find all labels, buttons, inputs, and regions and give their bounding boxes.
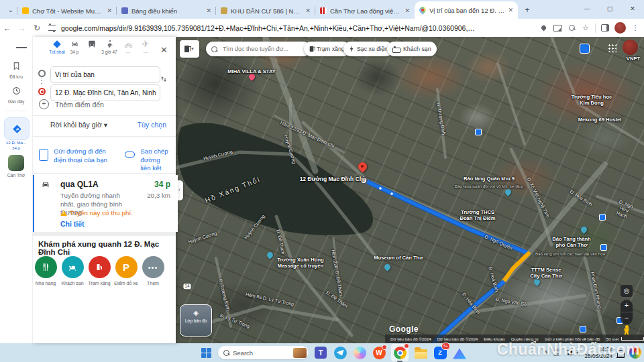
chip-hotels[interactable]: Khách sạn bbox=[387, 42, 437, 56]
place-thumbnail[interactable] bbox=[8, 155, 24, 171]
mode-bike[interactable]: — bbox=[119, 40, 137, 54]
send-to-phone-icon bbox=[39, 149, 48, 161]
tab-can-tho-lao-dong[interactable]: Cần Thơ Lao động việc làm, m... ✕ bbox=[315, 3, 415, 19]
mode-walk[interactable]: 3 giờ 47 bbox=[101, 40, 118, 54]
mountain-app-icon[interactable] bbox=[452, 345, 467, 360]
details-link[interactable]: Chi tiết bbox=[60, 220, 85, 228]
origin-input[interactable] bbox=[50, 66, 160, 83]
hotel-icon bbox=[62, 256, 84, 278]
tab-close-icon[interactable]: ✕ bbox=[107, 7, 112, 14]
file-explorer-icon[interactable] bbox=[413, 345, 428, 360]
maximize-button[interactable]: ▢ bbox=[598, 0, 621, 19]
search-along-route-input[interactable] bbox=[221, 45, 291, 53]
tab-close-icon[interactable]: ✕ bbox=[508, 7, 513, 13]
attribution-item[interactable]: Dữ liệu bản đồ ©2024 bbox=[390, 337, 431, 341]
mode-best[interactable]: Tốt nhất bbox=[48, 40, 66, 54]
options-button[interactable]: Tùy chọn bbox=[138, 121, 166, 129]
map-label: Museum of Cần Thơ bbox=[374, 255, 423, 261]
swap-icon[interactable] bbox=[160, 74, 168, 86]
mode-drive[interactable]: 34 p bbox=[66, 40, 83, 54]
bed-icon bbox=[392, 48, 400, 53]
waypoint-dots bbox=[41, 78, 42, 86]
recents-button[interactable]: Gần đây bbox=[0, 86, 32, 104]
fuel-price-dropdown[interactable]: ▼ bbox=[180, 40, 199, 58]
teams-app-icon[interactable]: T bbox=[313, 345, 328, 360]
category-restaurants[interactable]: Nhà hàng bbox=[31, 256, 60, 286]
explore-title: Khám phá xung quanh 12 Đ. Mạc Đĩnh Chi bbox=[38, 240, 176, 256]
attribution-item[interactable]: Dữ liệu bản đồ ©2024 bbox=[437, 337, 478, 341]
close-window-button[interactable]: ✕ bbox=[621, 0, 644, 19]
browser-menu-icon[interactable]: ⋮ bbox=[631, 23, 640, 33]
category-hotels[interactable]: Khách sạn bbox=[58, 256, 87, 286]
chrome-app-icon[interactable] bbox=[391, 344, 409, 361]
mode-flight[interactable]: ✈ — bbox=[137, 40, 154, 54]
dashboard-favicon bbox=[121, 7, 128, 14]
close-directions-icon[interactable]: ✕ bbox=[160, 45, 168, 55]
tab-close-icon[interactable]: ✕ bbox=[405, 7, 410, 14]
send-to-phone-link[interactable]: Gửi đường đi đến điện thoại của bạn bbox=[54, 147, 119, 173]
category-more[interactable]: ••• Thêm bbox=[138, 256, 168, 286]
saved-button[interactable]: Đã lưu bbox=[0, 61, 32, 79]
mode-transit[interactable] bbox=[83, 40, 101, 50]
add-destination-button[interactable]: + Thêm điểm đến bbox=[39, 99, 104, 109]
browser-toolbar: ← → ↻ google.com/maps/dir/9.9163939,105.… bbox=[0, 19, 644, 38]
car-icon bbox=[70, 40, 80, 49]
copy-link-button[interactable]: Sao chép đường liên kết bbox=[140, 147, 169, 173]
forward-button[interactable]: → bbox=[15, 23, 30, 33]
tab-cho-tot[interactable]: Chợ Tốt - Website Mua Bán, R... ✕ bbox=[17, 3, 117, 19]
taskbar-search[interactable]: Search bbox=[218, 346, 309, 359]
zalo-app-icon[interactable]: Z5+ bbox=[433, 345, 447, 360]
copy-link-icon bbox=[125, 152, 135, 158]
map-poi-blue-icon[interactable] bbox=[580, 44, 590, 54]
chip-ev-charging[interactable]: Sạc xe điện bbox=[343, 42, 393, 56]
tab-google-maps-active[interactable]: Vị trí của bạn đến 12 Đ. Mạc Đĩ... ✕ bbox=[415, 1, 518, 19]
cast-icon[interactable] bbox=[553, 23, 562, 33]
address-bar[interactable]: google.com/maps/dir/9.9163939,105.735908… bbox=[61, 24, 477, 32]
destination-pin-icon bbox=[38, 88, 46, 95]
reload-button[interactable]: ↻ bbox=[30, 23, 44, 33]
copilot-app-icon[interactable] bbox=[352, 345, 367, 360]
tab-search-icon[interactable]: ⌄ bbox=[5, 5, 16, 15]
telegram-app-icon[interactable] bbox=[333, 345, 347, 360]
google-apps-icon[interactable] bbox=[608, 44, 616, 52]
side-panel-icon[interactable] bbox=[600, 23, 610, 33]
map-label: Trường Tiểu học Kim Đồng bbox=[572, 94, 612, 106]
orange-w-app-icon[interactable]: W bbox=[372, 345, 386, 360]
chrome-logo-icon bbox=[394, 347, 407, 359]
maps-profile-avatar[interactable] bbox=[623, 40, 638, 55]
category-gas[interactable]: Trạm xăng bbox=[85, 256, 114, 286]
map-label: Hẻm 86 Đ. Lý Tự Trọng bbox=[245, 292, 294, 307]
tab-khu-dan-cu[interactable]: KHU DÂN CƯ 586 | NCT Group ✕ bbox=[216, 3, 315, 19]
leave-now-dropdown[interactable]: Rời khỏi bây giờ ▾ bbox=[50, 121, 107, 129]
zoom-in-button[interactable]: + bbox=[621, 300, 633, 312]
zoom-out-button[interactable]: − bbox=[621, 312, 633, 324]
parking-icon: P bbox=[115, 256, 138, 278]
start-button[interactable] bbox=[199, 345, 213, 360]
route-card[interactable]: qua QL1A 34 p Tuyến đường nhanh nhất, gi… bbox=[32, 175, 178, 232]
my-location-button[interactable]: ◎ bbox=[621, 285, 633, 297]
tab-bang-dieu-khien[interactable]: Bảng điều khiển ✕ bbox=[117, 3, 216, 19]
map-label: Đ. Trương Định bbox=[217, 278, 231, 311]
new-tab-button[interactable]: + bbox=[522, 5, 533, 16]
bookmark-star-icon[interactable]: ☆ bbox=[581, 23, 590, 33]
tab-close-icon[interactable]: ✕ bbox=[305, 7, 311, 14]
map-canvas[interactable]: MIHA VILLA & STAYHẻm 22/23 Đ. Mạc Đĩnh C… bbox=[176, 37, 644, 343]
restaurant-icon bbox=[35, 256, 57, 278]
more-icon: ••• bbox=[142, 256, 164, 278]
profile-avatar[interactable] bbox=[614, 22, 626, 34]
active-directions-shortcut[interactable] bbox=[4, 117, 30, 140]
directions-panel: Tốt nhất 34 p 3 giờ 47 — ✈ — ✕ + Thê bbox=[32, 37, 176, 343]
category-parking[interactable]: P Điểm đỗ xe bbox=[111, 256, 141, 286]
location-icon[interactable] bbox=[539, 23, 548, 33]
windows-logo-icon bbox=[201, 348, 211, 358]
search-along-route[interactable] bbox=[206, 42, 311, 56]
site-info-icon[interactable] bbox=[48, 25, 56, 31]
origin-dot-icon bbox=[38, 70, 46, 77]
zoom-icon[interactable] bbox=[567, 23, 576, 33]
back-button[interactable]: ← bbox=[0, 23, 15, 33]
tab-close-icon[interactable]: ✕ bbox=[206, 7, 211, 14]
best-route-icon bbox=[52, 40, 62, 49]
route-duration: 34 p bbox=[154, 180, 170, 189]
map-layers-control[interactable]: ◈ Lớp bản đồ bbox=[180, 304, 212, 337]
minimize-button[interactable]: — bbox=[576, 0, 598, 19]
